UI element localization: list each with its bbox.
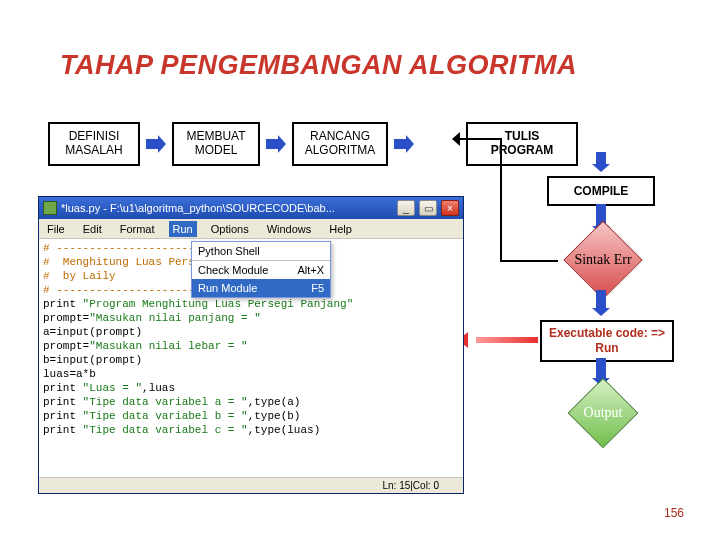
menu-format[interactable]: Format (116, 221, 159, 237)
output-label: Output (584, 405, 623, 421)
run-menu-dropdown: Python Shell Check Module Alt+X Run Modu… (191, 241, 331, 298)
arrow-down-icon (592, 152, 610, 172)
arrow-down-icon (592, 290, 610, 316)
menu-label: Python Shell (198, 245, 260, 257)
box-executable: Executable code: => Run (540, 320, 674, 362)
menu-check-module[interactable]: Check Module Alt+X (192, 260, 330, 279)
arrow-right-icon (146, 135, 166, 153)
menu-python-shell[interactable]: Python Shell (192, 242, 330, 260)
diamond-output: Output (562, 388, 644, 438)
menu-edit[interactable]: Edit (79, 221, 106, 237)
close-button[interactable]: × (441, 200, 459, 216)
menu-shortcut: Alt+X (297, 264, 324, 276)
arrow-right-icon (266, 135, 286, 153)
feedback-line (500, 260, 558, 262)
app-icon (43, 201, 57, 215)
menubar: File Edit Format Run Options Windows Hel… (39, 219, 463, 239)
menu-run-module[interactable]: Run Module F5 (192, 279, 330, 297)
menu-label: Check Module (198, 264, 268, 276)
diamond-syntax-err: Sintak Err (558, 232, 648, 288)
box-tulis: TULIS PROGRAM (466, 122, 578, 166)
minimize-button[interactable]: _ (397, 200, 415, 216)
feedback-line (459, 138, 500, 140)
box-model: MEMBUAT MODEL (172, 122, 260, 166)
menu-run[interactable]: Run (169, 221, 197, 237)
menu-options[interactable]: Options (207, 221, 253, 237)
slide-title: TAHAP PENGEMBANGAN ALGORITMA (60, 50, 577, 81)
titlebar: *luas.py - F:\u1\algoritma_python\SOURCE… (39, 197, 463, 219)
menu-help[interactable]: Help (325, 221, 356, 237)
syntax-err-label: Sintak Err (574, 252, 631, 268)
window-title: *luas.py - F:\u1\algoritma_python\SOURCE… (61, 202, 393, 214)
arrow-left-icon (452, 132, 460, 146)
maximize-button[interactable]: ▭ (419, 200, 437, 216)
menu-file[interactable]: File (43, 221, 69, 237)
statusbar: Ln: 15|Col: 0 (39, 477, 463, 493)
box-rancang: RANCANG ALGORITMA (292, 122, 388, 166)
arrow-left-red-icon (466, 334, 538, 346)
menu-shortcut: F5 (311, 282, 324, 294)
feedback-line (500, 138, 502, 260)
menu-windows[interactable]: Windows (263, 221, 316, 237)
menu-label: Run Module (198, 282, 257, 294)
flow-row: DEFINISI MASALAH MEMBUAT MODEL RANCANG A… (48, 122, 578, 166)
box-definisi: DEFINISI MASALAH (48, 122, 140, 166)
arrow-right-icon (394, 135, 414, 153)
cursor-position: Ln: 15|Col: 0 (382, 480, 439, 491)
ide-window: *luas.py - F:\u1\algoritma_python\SOURCE… (38, 196, 464, 494)
box-compile: COMPILE (547, 176, 655, 206)
page-number: 156 (664, 506, 684, 520)
